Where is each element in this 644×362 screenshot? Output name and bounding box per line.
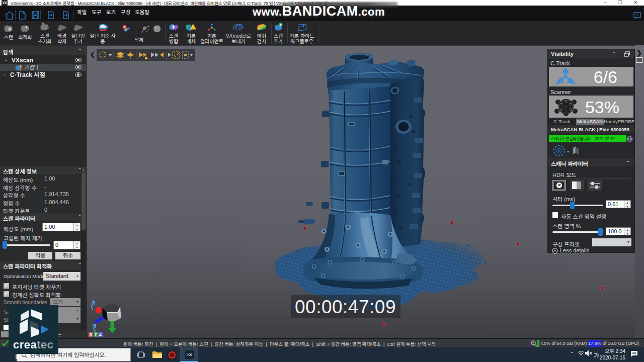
svg-text:?: ? — [636, 13, 638, 18]
